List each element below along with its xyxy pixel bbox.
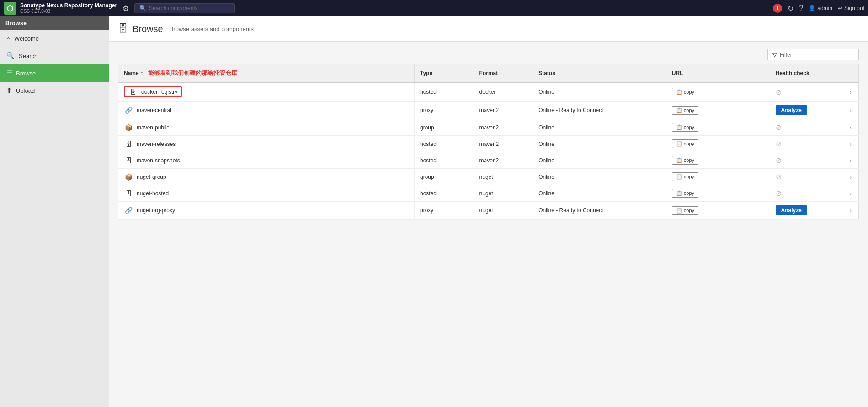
- repo-health[interactable]: ⊘: [770, 136, 844, 152]
- copy-url-button[interactable]: 📋 copy: [672, 88, 698, 96]
- page-icon: 🗄: [118, 23, 128, 35]
- copy-url-button[interactable]: 📋 copy: [672, 139, 698, 148]
- repo-url[interactable]: 📋 copy: [666, 169, 770, 185]
- row-expand-arrow[interactable]: ›: [844, 102, 858, 119]
- top-navigation: ⬡ Sonatype Nexus Repository Manager OSS …: [0, 0, 868, 16]
- copy-url-button[interactable]: 📋 copy: [672, 123, 698, 132]
- col-header-name[interactable]: Name ↑ 能够看到我们创建的那给托管仓库: [118, 64, 415, 83]
- user-menu[interactable]: 👤 admin: [809, 5, 832, 11]
- main-layout: Browse ⌂ Welcome 🔍 Search ☰ Browse ⬆ Upl…: [0, 16, 868, 407]
- sidebar-header: Browse: [0, 16, 109, 30]
- chevron-right-icon[interactable]: ›: [850, 207, 852, 214]
- repo-name-cell[interactable]: 📦nuget-group: [118, 169, 415, 185]
- app-version: OSS 3.27.0-03: [20, 9, 117, 14]
- copy-url-button[interactable]: 📋 copy: [672, 106, 698, 115]
- refresh-button[interactable]: ↻: [788, 4, 793, 13]
- row-expand-arrow[interactable]: ›: [844, 185, 858, 202]
- signout-button[interactable]: ↩ Sign out: [838, 5, 864, 11]
- chevron-right-icon[interactable]: ›: [850, 107, 852, 114]
- page-header: 🗄 Browse Browse assets and components: [109, 16, 868, 42]
- notification-badge[interactable]: 1: [773, 4, 782, 13]
- repo-name-cell[interactable]: 🔗maven-central: [118, 102, 415, 119]
- repo-type: group: [415, 119, 474, 136]
- repo-health[interactable]: ⊘: [770, 119, 844, 136]
- col-header-health[interactable]: Health check: [770, 64, 844, 83]
- col-header-status[interactable]: Status: [533, 64, 666, 83]
- col-header-format[interactable]: Format: [474, 64, 533, 83]
- repo-type: hosted: [415, 185, 474, 202]
- repo-url[interactable]: 📋 copy: [666, 185, 770, 202]
- chevron-right-icon[interactable]: ›: [850, 88, 852, 96]
- repo-type: proxy: [415, 102, 474, 119]
- repo-type-icon: 🗄: [124, 157, 133, 164]
- copy-url-button[interactable]: 📋 copy: [672, 172, 698, 181]
- table-row: 🗄maven-releaseshostedmaven2Online📋 copy⊘…: [118, 136, 859, 152]
- app-logo: ⬡ Sonatype Nexus Repository Manager OSS …: [4, 2, 117, 15]
- repo-url[interactable]: 📋 copy: [666, 136, 770, 152]
- repo-name-cell[interactable]: 🔗nuget.org-proxy: [118, 202, 415, 220]
- repo-health[interactable]: Analyze: [770, 202, 844, 220]
- sidebar-item-welcome[interactable]: ⌂ Welcome: [0, 30, 109, 47]
- repo-health[interactable]: ⊘: [770, 82, 844, 102]
- chevron-right-icon[interactable]: ›: [850, 173, 852, 181]
- analyze-button[interactable]: Analyze: [776, 105, 807, 115]
- repo-url[interactable]: 📋 copy: [666, 82, 770, 102]
- repo-name-cell[interactable]: 🗄maven-snapshots: [118, 152, 415, 169]
- filter-input[interactable]: [780, 52, 854, 58]
- repo-name-cell[interactable]: 🗄maven-releases: [118, 136, 415, 152]
- row-expand-arrow[interactable]: ›: [844, 119, 858, 136]
- settings-button[interactable]: ⚙: [121, 2, 131, 15]
- sidebar: Browse ⌂ Welcome 🔍 Search ☰ Browse ⬆ Upl…: [0, 16, 109, 407]
- repo-name-cell[interactable]: 🗄docker-registry: [118, 82, 415, 102]
- search-bar[interactable]: 🔍: [134, 3, 235, 13]
- copy-url-button[interactable]: 📋 copy: [672, 206, 698, 215]
- search-input[interactable]: [149, 5, 230, 11]
- row-expand-arrow[interactable]: ›: [844, 169, 858, 185]
- row-expand-arrow[interactable]: ›: [844, 136, 858, 152]
- search-icon: 🔍: [6, 52, 15, 60]
- col-header-url[interactable]: URL: [666, 64, 770, 83]
- repo-url[interactable]: 📋 copy: [666, 152, 770, 169]
- repo-name: maven-public: [137, 124, 169, 131]
- repo-url[interactable]: 📋 copy: [666, 202, 770, 220]
- copy-url-button[interactable]: 📋 copy: [672, 189, 698, 198]
- row-expand-arrow[interactable]: ›: [844, 152, 858, 169]
- chevron-right-icon[interactable]: ›: [850, 140, 852, 148]
- repo-name: nuget-group: [137, 174, 166, 180]
- sidebar-item-search[interactable]: 🔍 Search: [0, 47, 109, 64]
- table-area: ▽ Name ↑ 能够看到我们创建的那给托管仓库 Type Format Sta…: [109, 42, 868, 407]
- col-header-type[interactable]: Type: [415, 64, 474, 83]
- help-button[interactable]: ?: [799, 4, 803, 12]
- repo-format: maven2: [474, 119, 533, 136]
- chevron-right-icon[interactable]: ›: [850, 190, 852, 197]
- repo-format: nuget: [474, 169, 533, 185]
- sidebar-item-upload[interactable]: ⬆ Upload: [0, 82, 109, 99]
- sidebar-browse-label: Browse: [16, 70, 36, 77]
- repo-name: maven-releases: [137, 141, 176, 147]
- repo-name-cell[interactable]: 🗄nuget-hosted: [118, 185, 415, 202]
- filter-bar: ▽: [118, 49, 859, 60]
- row-expand-arrow[interactable]: ›: [844, 82, 858, 102]
- repo-type-icon: 🔗: [124, 107, 133, 114]
- row-expand-arrow[interactable]: ›: [844, 202, 858, 220]
- filter-container[interactable]: ▽: [767, 49, 859, 60]
- username-label: admin: [817, 5, 832, 11]
- repo-url[interactable]: 📋 copy: [666, 102, 770, 119]
- repo-name-cell[interactable]: 📦maven-public: [118, 119, 415, 136]
- analyze-button[interactable]: Analyze: [776, 205, 807, 215]
- upload-icon: ⬆: [6, 86, 12, 95]
- repo-status: Online - Ready to Connect: [533, 102, 666, 119]
- repo-url[interactable]: 📋 copy: [666, 119, 770, 136]
- chevron-right-icon[interactable]: ›: [850, 124, 852, 131]
- sidebar-item-browse[interactable]: ☰ Browse: [0, 64, 109, 82]
- repo-status: Online: [533, 185, 666, 202]
- repo-health[interactable]: ⊘: [770, 169, 844, 185]
- repo-health[interactable]: Analyze: [770, 102, 844, 119]
- repo-type-icon: 🗄: [124, 190, 133, 197]
- sidebar-search-label: Search: [19, 53, 37, 59]
- copy-url-button[interactable]: 📋 copy: [672, 156, 698, 165]
- repo-health[interactable]: ⊘: [770, 185, 844, 202]
- repo-type-icon: 🗄: [124, 140, 133, 148]
- chevron-right-icon[interactable]: ›: [850, 157, 852, 164]
- repo-health[interactable]: ⊘: [770, 152, 844, 169]
